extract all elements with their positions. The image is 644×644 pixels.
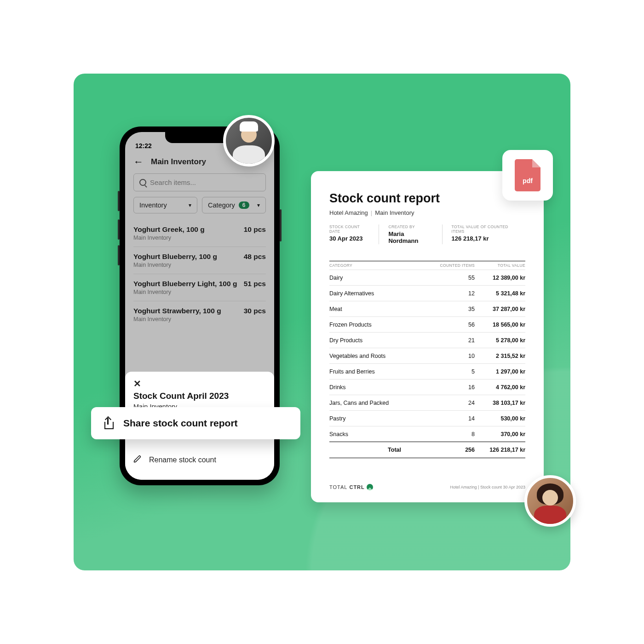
table-row: Dry Products215 278,00 kr <box>329 332 525 348</box>
rename-action[interactable]: Rename stock count <box>133 450 266 470</box>
share-icon <box>103 417 113 429</box>
category-badge: 6 <box>239 201 249 209</box>
inventory-filter[interactable]: Inventory ▾ <box>133 197 197 213</box>
close-icon[interactable]: ✕ <box>133 378 266 389</box>
inventory-list: Yoghurt Greek, 100 gMain Inventory 10 pc… <box>133 220 266 328</box>
table-row: Dairy Alternatives125 321,48 kr <box>329 285 525 301</box>
category-filter[interactable]: Category 6 ▾ <box>202 197 266 213</box>
list-item[interactable]: Yoghurt Greek, 100 gMain Inventory 10 pc… <box>133 220 266 247</box>
report-table: CATEGORY COUNTED ITEMS TOTAL VALUE Dairy… <box>329 261 525 475</box>
brand-logo: TOTALCTRL <box>329 484 373 490</box>
chevron-down-icon: ▾ <box>257 202 260 208</box>
report-subtitle: Hotel Amazing|Main Inventory <box>329 209 525 216</box>
table-row: Frozen Products5618 565,00 kr <box>329 316 525 332</box>
table-row: Meat3537 287,00 kr <box>329 301 525 316</box>
pencil-icon <box>133 455 142 465</box>
pdf-badge: pdf <box>502 150 553 201</box>
table-row: Snacks8370,00 kr <box>329 426 525 442</box>
search-input[interactable]: Search items... <box>133 173 266 191</box>
report-document: Stock count report Hotel Amazing|Main In… <box>311 171 544 502</box>
search-placeholder: Search items... <box>150 178 196 186</box>
back-icon[interactable]: ← <box>133 156 144 168</box>
file-pdf-icon: pdf <box>515 159 540 191</box>
search-icon <box>139 179 146 186</box>
table-row: Fruits and Berries51 297,00 kr <box>329 363 525 379</box>
list-item[interactable]: Yoghurt Blueberry Light, 100 gMain Inven… <box>133 274 266 301</box>
report-title: Stock count report <box>329 191 525 206</box>
list-item[interactable]: Yoghurt Blueberry, 100 gMain Inventory 4… <box>133 247 266 274</box>
report-meta: STOCK COUNT DATE 30 Apr 2023 CREATED BY … <box>329 224 525 244</box>
avatar <box>524 475 576 527</box>
share-report-button[interactable]: Share stock count report <box>91 407 300 439</box>
table-row: Dairy5512 389,00 kr <box>329 270 525 285</box>
page-title: Main Inventory <box>151 157 206 167</box>
avatar <box>223 115 275 167</box>
table-row: Jars, Cans and Packed2438 103,17 kr <box>329 395 525 410</box>
table-row: Vegetables and Roots102 315,52 kr <box>329 348 525 363</box>
report-total-row: Total 256 126 218,17 kr <box>329 442 525 458</box>
report-footer: TOTALCTRL Hotel Amazing | Stock count 30… <box>329 484 525 490</box>
sheet-title: Stock Count April 2023 <box>133 391 266 401</box>
list-item[interactable]: Yoghurt Strawberry, 100 gMain Inventory … <box>133 301 266 328</box>
table-row: Pastry14530,00 kr <box>329 410 525 426</box>
chevron-down-icon: ▾ <box>189 202 191 208</box>
clock: 12:22 <box>135 142 152 150</box>
table-row: Drinks164 762,00 kr <box>329 379 525 395</box>
logo-mark-icon <box>367 484 373 490</box>
